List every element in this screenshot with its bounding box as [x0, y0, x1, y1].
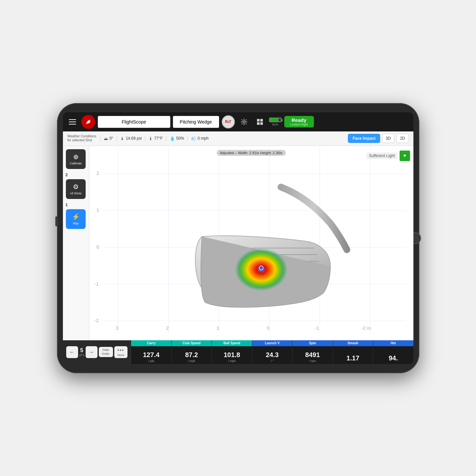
map-button[interactable]: ⚡ Map	[66, 209, 86, 229]
stat-unit-0: / yds	[131, 359, 171, 364]
3d-view-button[interactable]: 3D	[382, 134, 394, 143]
stat-value-6: 94.	[373, 346, 413, 363]
altitude-item: ⛰ 0°	[100, 136, 116, 141]
stat-header-0: Carry	[131, 340, 171, 346]
svg-text:-1: -1	[94, 281, 99, 286]
calibrate-label: Calibrate	[70, 162, 82, 165]
stat-header-6: Hei	[373, 340, 413, 346]
stat-col-5: Smash 1.17	[333, 340, 373, 364]
ready-label: Ready	[292, 117, 306, 123]
stat-value-5: 1.17	[333, 346, 373, 363]
side-button[interactable]	[55, 216, 58, 226]
battery-fill	[270, 118, 279, 122]
svg-rect-1	[257, 119, 260, 122]
profile-input[interactable]	[98, 116, 170, 128]
pressure-icon: 🌡	[120, 136, 125, 141]
hamburger-menu-button[interactable]	[66, 116, 79, 128]
tablet-device: R₁T	[57, 103, 419, 373]
r1t-badge[interactable]: R₁T	[222, 115, 235, 128]
left-sidebar: ⊕ Calibrate 2 ⚙ All Shots 1 ⚡ Map	[63, 146, 89, 340]
weather-conditions-label: Weather Conditions for selected Shot	[68, 134, 97, 142]
altitude-icon: ⛰	[104, 136, 108, 141]
adjusted-dimensions-label: Adjusted – Width: 2.91in Height: 2.36in	[216, 150, 286, 156]
pressure-item: 🌡 14.69 psi	[117, 136, 145, 141]
svg-point-0	[243, 121, 245, 123]
svg-text:2: 2	[96, 170, 99, 176]
calibrate-icon: ⊕	[73, 153, 79, 161]
stat-value-4: 8491	[293, 346, 332, 359]
altitude-value: 0°	[109, 136, 113, 141]
app-content: R₁T	[63, 112, 413, 364]
conditions-bar: Weather Conditions for selected Shot ⛰ 0…	[63, 131, 413, 146]
svg-rect-3	[257, 122, 260, 125]
stat-value-0: 127.4	[131, 346, 171, 359]
humidity-item: 💧 50%	[166, 136, 187, 141]
more-dots: •••	[118, 348, 125, 353]
limited-flight-label: Limited Flight	[290, 123, 308, 126]
data-order-label: Data	[103, 348, 109, 352]
stat-unit-3: / °	[252, 359, 292, 364]
wind-value: 0 mph	[198, 136, 209, 141]
stat-unit-2: / mph	[212, 359, 252, 364]
current-shot-number: 5	[80, 348, 83, 353]
temperature-icon: 🌡	[149, 136, 153, 141]
settings-button[interactable]	[238, 115, 251, 128]
nav-controls: ← 5 of 5 → Data Order ••• Mo	[63, 340, 131, 364]
sufficient-light-icon: ✦	[400, 151, 410, 161]
more-label: More	[118, 353, 125, 357]
stat-unit-6	[373, 363, 413, 364]
shot-number-2: 2	[63, 172, 68, 177]
battery-indicator: 81%	[269, 118, 282, 126]
stat-unit-1: / mph	[172, 359, 211, 364]
temperature-value: 77°F	[154, 136, 162, 141]
wind-item: 💨 0 mph	[187, 136, 212, 141]
svg-text:-2: -2	[94, 318, 99, 323]
shot-number-1: 1	[63, 202, 68, 207]
main-area: ⊕ Calibrate 2 ⚙ All Shots 1 ⚡ Map	[63, 146, 413, 340]
stats-columns: Carry 127.4 / yds Club Speed 87.2 / mph …	[131, 340, 413, 364]
pressure-value: 14.69 psi	[126, 136, 142, 141]
temperature-item: 🌡 77°F	[145, 136, 166, 141]
next-shot-button[interactable]: →	[86, 346, 98, 358]
sufficient-light-label: Sufficient Light	[366, 153, 398, 159]
grid-button[interactable]	[253, 115, 266, 128]
stat-header-2: Ball Speed	[212, 340, 252, 346]
shot-counter: 5 of 5	[79, 348, 84, 357]
svg-rect-2	[260, 119, 263, 122]
humidity-icon: 💧	[170, 136, 175, 141]
more-button[interactable]: ••• More	[114, 346, 128, 358]
stat-col-0: Carry 127.4 / yds	[131, 340, 171, 364]
stat-value-2: 101.8	[212, 346, 252, 359]
club-image-area	[116, 159, 413, 330]
sufficient-light-indicator: Sufficient Light ✦	[366, 151, 410, 161]
stat-col-1: Club Speed 87.2 / mph	[171, 340, 211, 364]
club-svg	[169, 171, 360, 319]
data-order-label-2: Order	[102, 352, 110, 356]
stat-col-6: Hei 94.	[373, 340, 413, 364]
face-impact-button[interactable]: Face Impact	[348, 134, 380, 143]
stat-header-5: Smash	[333, 340, 373, 346]
humidity-value: 50%	[176, 136, 184, 141]
all-shots-button[interactable]: ⚙ All Shots	[66, 179, 86, 199]
prev-shot-button[interactable]: ←	[66, 346, 78, 358]
stat-header-4: Spin	[293, 340, 332, 346]
svg-text:1: 1	[96, 207, 99, 213]
all-shots-icon: ⚙	[73, 183, 79, 191]
chart-area: 2 1 0 -1 -2 3 2 1 0 -1 -2 in	[89, 146, 413, 340]
2d-view-button[interactable]: 2D	[396, 134, 408, 143]
club-input[interactable]	[173, 116, 219, 128]
svg-point-36	[259, 266, 263, 270]
svg-text:0: 0	[96, 244, 99, 250]
calibrate-button[interactable]: ⊕ Calibrate	[66, 149, 86, 169]
all-shots-label: All Shots	[70, 192, 82, 195]
ready-button[interactable]: Ready Limited Flight	[284, 116, 314, 127]
header-bar: R₁T	[63, 112, 413, 131]
stat-col-2: Ball Speed 101.8 / mph	[211, 340, 252, 364]
wind-icon: 💨	[191, 136, 196, 141]
shot-of-total: of 5	[79, 353, 84, 357]
tablet-screen: R₁T	[63, 112, 413, 364]
stat-col-4: Spin 8491 / rpm	[292, 340, 332, 364]
data-order-button[interactable]: Data Order	[99, 347, 113, 357]
battery-bar	[269, 118, 282, 122]
stat-unit-4: / rpm	[293, 359, 332, 364]
